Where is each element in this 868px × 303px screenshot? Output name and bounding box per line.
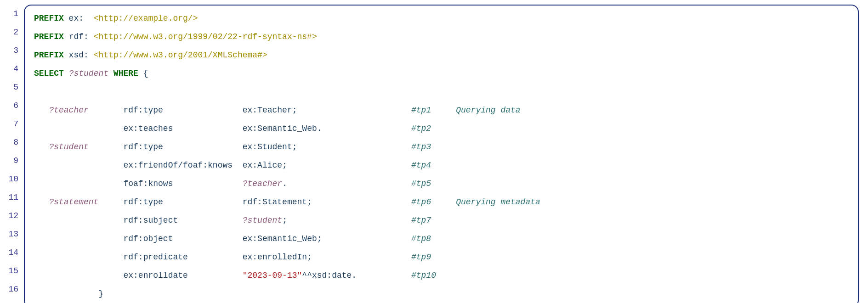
token-plain [287,179,411,188]
token-kw: SELECT [34,69,64,78]
token-plain [188,271,243,280]
code-line: rdf:predicate ex:enrolledIn; #tp9 [34,248,849,266]
token-kw: PREFIX [34,50,64,60]
line-number: 8 [0,133,18,152]
code-line [34,83,849,101]
code-line: ?student rdf:type ex:Student; #tp3 [34,138,849,156]
code-line: PREFIX rdf: <http://www.w3.org/1999/02/2… [34,28,849,46]
token-plain [173,179,242,188]
line-number: 7 [0,115,18,133]
line-number: 6 [0,96,18,115]
code-line: } [34,285,849,303]
token-uri: <http://www.w3.org/1999/02/22-rdf-syntax… [94,32,317,41]
token-plain [34,161,123,170]
token-plain [297,142,411,152]
token-str: "2023-09-13" [243,271,302,280]
token-obj: ex:Semantic_Web. [243,124,322,133]
line-number: 5 [0,78,18,96]
code-line: ?teacher rdf:type ex:Teacher; #tp1 Query… [34,101,849,119]
token-obj: ex:Alice; [243,161,287,170]
line-number: 11 [0,188,18,207]
token-plain: xsd: [64,50,94,60]
token-plain [163,197,243,207]
token-uri: <http://example.org/> [94,14,198,23]
token-pred: ex:teaches [123,124,173,133]
token-uri: <http://www.w3.org/2001/XMLSchema#> [94,50,267,60]
token-pred: ex:friendOf/foaf:knows [123,161,233,170]
token-obj: ex:enrolledIn; [243,252,312,262]
token-comment: #tp4 [411,161,431,170]
token-plain [297,106,411,115]
token-plain [34,142,49,152]
token-plain [34,106,49,115]
code-line: foaf:knows ?teacher. #tp5 [34,174,849,193]
line-number: 1 [0,5,18,23]
token-kw: PREFIX [34,32,64,41]
token-plain [287,161,411,170]
token-plain [163,106,243,115]
code-line: ex:friendOf/foaf:knows ex:Alice; #tp4 [34,156,849,174]
token-plain [64,69,69,78]
token-plain [34,216,123,225]
token-pred: rdf:type [123,197,163,207]
token-comment: #tp7 [411,216,431,225]
token-plain [173,234,242,243]
line-number: 4 [0,60,18,78]
code-line: SELECT ?student WHERE { [34,64,849,83]
line-number: 16 [0,280,18,298]
token-pred: ex:enrolldate [123,271,187,280]
code-line: ex:teaches ex:Semantic_Web. #tp2 [34,119,849,138]
line-number: 13 [0,225,18,243]
token-pred: foaf:knows [123,179,173,188]
token-plain [108,69,113,78]
code-box: PREFIX ex: <http://example.org/>PREFIX r… [24,5,859,303]
token-pred: rdf:subject [123,216,178,225]
token-comment: #tp2 [411,124,431,133]
token-plain [163,142,243,152]
token-var: ?student [49,142,88,152]
token-plain [89,106,124,115]
token-plain [322,124,411,133]
token-plain [178,216,242,225]
token-var: ?student [69,69,108,78]
line-number: 12 [0,207,18,225]
token-obj: rdf:Statement; [243,197,312,207]
token-obj: ; [282,216,287,225]
token-comment: #tp10 [411,271,436,280]
token-plain [287,216,411,225]
token-plain [138,69,143,78]
line-number: 2 [0,23,18,41]
token-plain [34,234,123,243]
token-comment: #tp8 [411,234,431,243]
token-plain [98,197,123,207]
token-plain: ex: [64,14,94,23]
token-pred: rdf:object [123,234,173,243]
token-pred: rdf:type [123,142,163,152]
line-number-gutter: 12345678910111213141516 [0,5,24,303]
line-number: 15 [0,262,18,280]
token-plain [34,271,123,280]
token-kw: PREFIX [34,14,64,23]
token-obj: . [282,179,287,188]
token-var: ?teacher [243,179,282,188]
token-obj: ^^xsd:date. [302,271,357,280]
code-line: PREFIX xsd: <http://www.w3.org/2001/XMLS… [34,46,849,64]
line-number: 3 [0,41,18,60]
token-pred: rdf:type [123,106,163,115]
code-line: ex:enrolldate "2023-09-13"^^xsd:date. #t… [34,266,849,285]
code-line: PREFIX ex: <http://example.org/> [34,9,849,28]
code-line: rdf:subject ?student; #tp7 [34,211,849,230]
token-kw: WHERE [113,69,138,78]
token-plain [34,197,49,207]
token-plain [34,252,123,262]
code-line: rdf:object ex:Semantic_Web; #tp8 [34,230,849,248]
code-line: ?statement rdf:type rdf:Statement; #tp6 … [34,193,849,211]
token-plain [233,161,243,170]
token-brace: { [143,69,148,78]
token-plain [34,289,98,298]
token-comment: #tp9 [411,252,431,262]
token-var: ?teacher [49,106,88,115]
token-obj: ex:Student; [243,142,297,152]
token-plain [357,271,411,280]
token-plain [322,234,411,243]
